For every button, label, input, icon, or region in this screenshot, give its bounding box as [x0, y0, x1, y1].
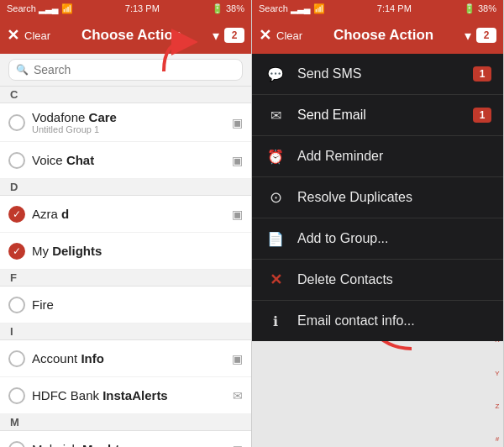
nav-bar-right: ✕ Clear Choose Action ▾ 2: [252, 17, 503, 54]
close-button-left[interactable]: ✕: [7, 26, 19, 45]
delete-icon: ✕: [264, 268, 287, 292]
action-add-to-group[interactable]: 📄 Add to Group...: [252, 218, 503, 260]
nav-left-left: ✕ Clear: [7, 26, 50, 45]
action-badge-email: 1: [473, 108, 491, 123]
action-send-sms[interactable]: 💬 Send SMS 1: [252, 54, 503, 95]
contact-checkbox[interactable]: [8, 350, 25, 367]
contact-list-left: C Vodafone Care Untitled Group 1 ▣ Voice…: [0, 87, 251, 447]
left-panel: Search ▂▃▄ 📶 7:13 PM 🔋 38% ✕ Clear Choos…: [0, 0, 252, 447]
action-label-add-reminder: Add Reminder: [297, 149, 491, 164]
list-item[interactable]: ✓ Azra d ▣: [0, 196, 251, 233]
contact-name: My Delights: [32, 244, 243, 258]
list-item[interactable]: Voice Chat ▣: [0, 142, 251, 179]
list-item[interactable]: ✓ My Delights: [0, 233, 251, 270]
action-label-send-email: Send Email: [297, 108, 463, 123]
section-header-m: M: [0, 414, 251, 431]
signal-icon: ▂▃▄: [39, 3, 59, 14]
contact-checkbox-checked[interactable]: ✓: [8, 206, 25, 223]
time-right: 7:14 PM: [377, 3, 412, 13]
contact-name: Account Info: [32, 351, 225, 365]
battery-icon-right: 🔋: [464, 3, 475, 14]
selected-badge-left: 2: [224, 28, 244, 43]
sms-icon: 💬: [264, 62, 287, 86]
chevron-down-icon-right[interactable]: ▾: [465, 28, 471, 44]
sim-icon: ▣: [232, 154, 243, 167]
status-right-left: 🔋 38%: [212, 3, 244, 14]
action-email-contact-info[interactable]: ℹ Email contact info...: [252, 301, 503, 341]
email-action-icon: ✉: [264, 103, 287, 127]
search-icon-left: 🔍: [16, 64, 29, 76]
status-left-right: Search ▂▃▄ 📶: [259, 3, 325, 14]
wifi-icon-right: 📶: [313, 3, 325, 14]
status-left: Search ▂▃▄ 📶: [7, 3, 73, 14]
battery-icon: 🔋: [212, 3, 223, 14]
status-bar-left: Search ▂▃▄ 📶 7:13 PM 🔋 38%: [0, 0, 251, 17]
contact-name: Vodafone Care: [32, 110, 225, 124]
email-icon: ✉: [233, 443, 243, 448]
list-item[interactable]: Vodafone Care Untitled Group 1 ▣: [0, 103, 251, 142]
contact-checkbox-checked[interactable]: ✓: [8, 243, 25, 260]
clear-button-right[interactable]: Clear: [276, 29, 302, 42]
chevron-down-icon-left[interactable]: ▾: [213, 28, 219, 44]
action-delete-contacts[interactable]: ✕ Delete Contacts: [252, 260, 503, 301]
search-input-left[interactable]: [34, 63, 235, 76]
action-label-send-sms: Send SMS: [297, 66, 463, 82]
contact-name: Mehvish Mushtaq: [32, 442, 226, 447]
contact-checkbox[interactable]: [8, 114, 25, 131]
carrier-right: Search: [259, 3, 288, 13]
action-add-reminder[interactable]: ⏰ Add Reminder: [252, 136, 503, 177]
contact-name: Voice Chat: [32, 153, 225, 167]
search-bar-left: 🔍: [0, 54, 251, 87]
contact-checkbox[interactable]: [8, 297, 25, 313]
time-left: 7:13 PM: [125, 3, 160, 13]
section-header-d: D: [0, 179, 251, 196]
section-header-c: C: [0, 87, 251, 103]
nav-right-right: ▾ 2: [465, 28, 496, 44]
action-label-resolve-duplicates: Resolve Duplicates: [297, 190, 491, 205]
carrier-left: Search: [7, 3, 36, 13]
action-send-email[interactable]: ✉ Send Email 1: [252, 95, 503, 136]
add-group-icon: 📄: [264, 227, 287, 250]
nav-bar-left: ✕ Clear Choose Action ▾ 2: [0, 17, 251, 54]
nav-right-left: ▾ 2: [213, 28, 244, 44]
contact-name: Fire: [32, 297, 243, 312]
duplicates-icon: ⊙: [264, 186, 287, 209]
search-wrap-left: 🔍: [8, 59, 243, 81]
close-button-right[interactable]: ✕: [259, 26, 271, 45]
action-dropdown: 💬 Send SMS 1 ✉ Send Email 1 ⏰ Add Remind…: [252, 54, 503, 341]
status-right-right: 🔋 38%: [464, 3, 496, 14]
nav-title-right: Choose Action: [333, 27, 433, 44]
nav-left-right: ✕ Clear: [259, 26, 302, 45]
info-icon: ℹ: [264, 309, 287, 333]
action-badge-sms: 1: [473, 66, 491, 82]
action-label-add-to-group: Add to Group...: [297, 231, 491, 246]
section-header-i: I: [0, 323, 251, 340]
status-bar-right: Search ▂▃▄ 📶 7:14 PM 🔋 38%: [252, 0, 503, 17]
nav-title-left: Choose Action: [81, 27, 181, 44]
battery-pct-right: 38%: [478, 3, 496, 13]
right-panel: Search ▂▃▄ 📶 7:14 PM 🔋 38% ✕ Clear Choos…: [252, 0, 504, 447]
list-item[interactable]: HDFC Bank InstaAlerts ✉: [0, 377, 251, 414]
action-resolve-duplicates[interactable]: ⊙ Resolve Duplicates: [252, 177, 503, 218]
reminder-icon: ⏰: [264, 145, 287, 168]
contact-name: HDFC Bank InstaAlerts: [32, 388, 226, 402]
list-item[interactable]: Fire: [0, 287, 251, 323]
wifi-icon: 📶: [61, 3, 73, 14]
contact-name: Azra d: [32, 207, 225, 221]
contact-checkbox[interactable]: [8, 152, 25, 169]
clear-button-left[interactable]: Clear: [24, 29, 50, 42]
email-icon: ✉: [233, 389, 243, 402]
section-header-f: F: [0, 270, 251, 287]
selected-badge-right: 2: [476, 28, 496, 43]
list-item[interactable]: Mehvish Mushtaq ✉: [0, 431, 251, 447]
battery-pct-left: 38%: [226, 3, 244, 13]
signal-icon-right: ▂▃▄: [291, 3, 311, 14]
contact-checkbox[interactable]: [8, 387, 25, 404]
action-label-delete-contacts: Delete Contacts: [297, 272, 491, 287]
sim-icon: ▣: [232, 208, 243, 221]
action-label-email-contact-info: Email contact info...: [297, 313, 491, 329]
sim-icon: ▣: [232, 116, 243, 129]
contact-checkbox[interactable]: [8, 441, 25, 448]
list-item[interactable]: Account Info ▣: [0, 340, 251, 377]
contact-sub: Untitled Group 1: [32, 124, 225, 134]
